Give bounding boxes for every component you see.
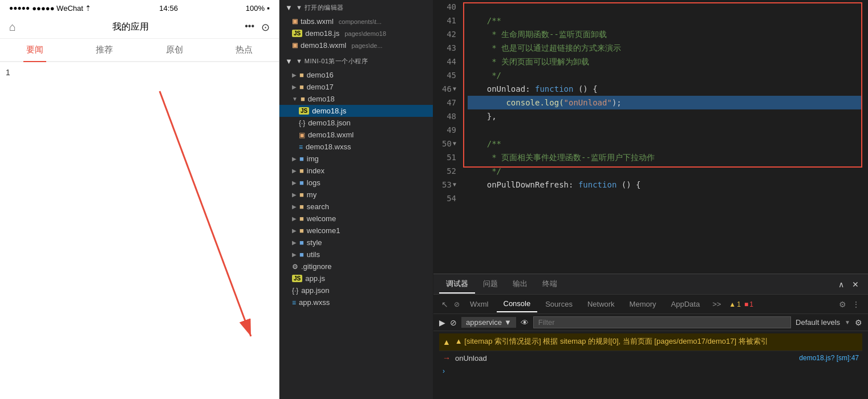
tree-logs[interactable]: ▶ ■ logs: [279, 177, 433, 189]
arrow-icon-img: ▶: [292, 156, 297, 162]
run-icon[interactable]: ▶: [439, 318, 445, 327]
code-line-45: */: [468, 68, 862, 82]
devtools-tab-sources[interactable]: Sources: [538, 296, 579, 312]
code-token-53a: onPullDownRefresh:: [468, 178, 578, 192]
tree-label-style: style: [307, 238, 322, 247]
folder-icon-index: ■: [299, 166, 304, 175]
warning-text: ▲ [sitemap 索引情况提示] 根据 sitemap 的规则[0], 当前…: [455, 336, 859, 347]
json-icon-app: {·}: [292, 287, 298, 295]
tree-label-index: index: [307, 166, 325, 175]
debug-tab-terminal[interactable]: 终端: [536, 275, 564, 294]
project-header[interactable]: ▼ ▼ MINI-01第一个小程序: [279, 54, 433, 69]
tree-demo18wxss[interactable]: ≡ demo18.wxss: [279, 141, 433, 153]
open-file-tabs-wxml[interactable]: ▣ tabs.wxml components\t...: [279, 15, 433, 27]
tree-label-demo18wxml: demo18.wxml: [308, 131, 354, 139]
appservice-selector[interactable]: appservice ▼: [461, 317, 516, 328]
code-token-53b: function: [578, 178, 616, 192]
warning-triangle-icon: ▲: [443, 336, 451, 348]
comment-token-44: * 关闭页面可以理解为卸载: [468, 55, 589, 68]
debug-tab-issues[interactable]: 问题: [476, 275, 505, 294]
console-settings-icon[interactable]: ⚙: [855, 318, 862, 327]
tab-tuijian[interactable]: 推荐: [70, 39, 139, 61]
eye-icon[interactable]: 👁: [521, 318, 529, 327]
tree-demo16[interactable]: ▶ ■ demo16: [279, 69, 433, 81]
phone-title: 我的应用: [112, 21, 149, 33]
clear-icon[interactable]: ⊘: [450, 318, 457, 327]
status-left: ●●●●● ●●●●● WeChat ⇡: [9, 4, 91, 13]
tree-label-appjs: app.js: [305, 274, 325, 283]
tree-utils[interactable]: ▶ ■ utils: [279, 249, 433, 260]
wxml-icon-small2: ▣: [292, 42, 298, 49]
devtools-pointer-icon[interactable]: ↖: [439, 298, 451, 311]
default-levels-dropdown[interactable]: Default levels: [796, 318, 840, 327]
tree-demo18json[interactable]: {·} demo18.json: [279, 117, 433, 129]
comment-token-52: */: [468, 164, 501, 178]
wxml-icon-demo18: ▣: [299, 131, 305, 139]
comment-token-43: * 也是可以通过超链接的方式来演示: [468, 41, 621, 55]
tree-label-demo18js: demo18.js: [312, 107, 346, 115]
tree-appjs[interactable]: JS app.js: [279, 272, 433, 284]
tree-img[interactable]: ▶ ■ img: [279, 153, 433, 165]
tree-index[interactable]: ▶ ■ index: [279, 165, 433, 177]
devtools-tab-wxml[interactable]: Wxml: [463, 296, 496, 312]
folder-icon-img: ■: [299, 154, 304, 163]
tree-appjson[interactable]: {·} app.json: [279, 284, 433, 296]
arrow-icon-demo18: ▼: [292, 96, 298, 102]
filter-input[interactable]: [533, 316, 791, 328]
status-time: 14:56: [159, 4, 178, 13]
tree-gitignore[interactable]: ⚙ .gitignore: [279, 260, 433, 272]
close-icon[interactable]: ⊙: [261, 21, 270, 34]
phone-content: 1: [0, 62, 279, 399]
devtools-stop-icon[interactable]: ⊘: [452, 298, 462, 311]
arrow-icon: ▶: [292, 72, 297, 78]
devtools-gear-icon[interactable]: ⚙: [837, 298, 849, 311]
tree-welcome1[interactable]: ▶ ■ welcome1: [279, 225, 433, 237]
debug-tab-output[interactable]: 输出: [506, 275, 534, 294]
tree-welcome[interactable]: ▶ ■ welcome: [279, 213, 433, 225]
tab-yuanchuang[interactable]: 原创: [140, 39, 209, 61]
code-line-40: [468, 0, 862, 14]
devtools-tab-network[interactable]: Network: [581, 296, 622, 312]
code-line-41: /**: [468, 14, 862, 27]
devtools-tab-more[interactable]: >>: [708, 296, 725, 312]
console-chevron-icon: ›: [443, 367, 445, 375]
open-file-demo18js[interactable]: JS demo18.js pages\demo18: [279, 27, 433, 39]
devtools-tab-memory[interactable]: Memory: [623, 296, 663, 312]
status-right: 100% ▪: [246, 3, 270, 13]
debug-tab-debugger[interactable]: 调试器: [439, 275, 475, 294]
open-file-name-1: tabs.wxml: [301, 17, 334, 26]
arrow-icon-demo17: ▶: [292, 84, 297, 90]
devtools-tab-console[interactable]: Console: [497, 296, 538, 312]
warning-message: ▲ ▲ [sitemap 索引情况提示] 根据 sitemap 的规则[0], …: [439, 333, 862, 351]
tree-search[interactable]: ▶ ■ search: [279, 201, 433, 213]
devtools-more-icon[interactable]: ⋮: [850, 298, 862, 311]
devtools-tab-appdata[interactable]: AppData: [664, 296, 707, 312]
tree-my[interactable]: ▶ ■ my: [279, 189, 433, 201]
folder-icon-demo16: ■: [299, 71, 304, 79]
close-panel-icon[interactable]: ✕: [849, 278, 862, 291]
arrow-icon-utils: ▶: [292, 251, 297, 258]
folder-icon-utils: ■: [299, 250, 304, 259]
tree-label-utils: utils: [307, 250, 320, 259]
tree-label-logs: logs: [307, 178, 321, 187]
folder-icon-logs: ■: [299, 178, 304, 187]
source-link[interactable]: demo18.js? [sm]:47: [799, 354, 859, 362]
tree-demo18[interactable]: ▼ ■ demo18: [279, 93, 433, 105]
chevron-up-icon[interactable]: ∧: [835, 278, 847, 291]
debug-tabs-bar: 调试器 问题 输出 终端 ∧ ✕: [433, 274, 868, 295]
tab-yawen[interactable]: 要闻: [0, 39, 70, 61]
tree-demo18js[interactable]: JS demo18.js: [279, 105, 433, 117]
open-file-path-1: components\t...: [339, 18, 382, 25]
home-icon[interactable]: ⌂: [9, 21, 16, 34]
tree-demo17[interactable]: ▶ ■ demo17: [279, 81, 433, 93]
tree-style[interactable]: ▶ ■ style: [279, 237, 433, 249]
default-levels-arrow[interactable]: ▼: [845, 319, 850, 325]
open-editors-header[interactable]: ▼ ▼ 打开的编辑器: [279, 0, 433, 15]
tab-redian[interactable]: 热点: [209, 39, 279, 61]
menu-icon[interactable]: •••: [245, 21, 254, 34]
tree-demo18wxml[interactable]: ▣ demo18.wxml: [279, 129, 433, 141]
editor-panel: 40 41 42 43 44 45 46 ▼ 47 48 49 50 ▼ 51 …: [433, 0, 868, 399]
open-file-demo18wxml[interactable]: ▣ demo18.wxml pages\de...: [279, 39, 433, 51]
header-actions: ••• ⊙: [245, 21, 270, 34]
tree-appwxss[interactable]: ≡ app.wxss: [279, 296, 433, 308]
